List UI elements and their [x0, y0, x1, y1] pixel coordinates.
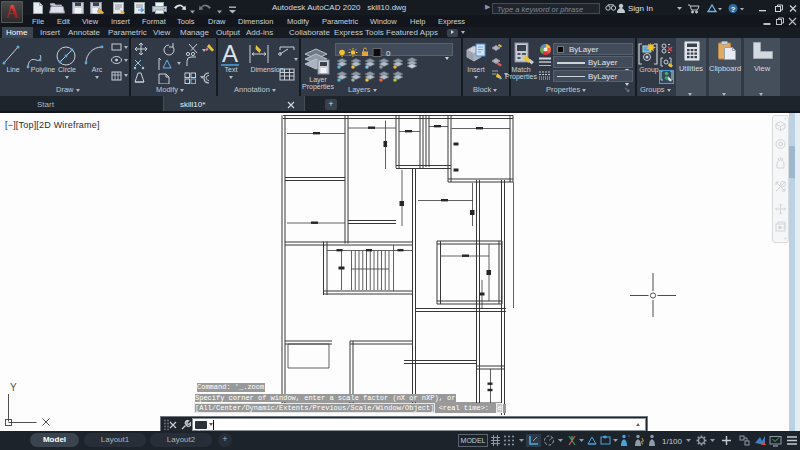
- svg-text:Y: Y: [10, 382, 17, 393]
- svg-text:?: ?: [731, 5, 736, 14]
- svg-text:°: °: [628, 434, 630, 440]
- svg-text:A: A: [6, 2, 19, 22]
- svg-text:Sign In: Sign In: [628, 4, 653, 13]
- svg-text:0: 0: [386, 48, 391, 57]
- svg-text:1/100: 1/100: [662, 437, 683, 446]
- svg-text:A: A: [222, 41, 238, 67]
